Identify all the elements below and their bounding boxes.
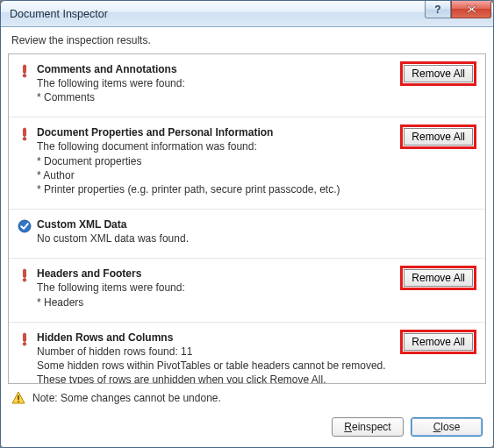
- reinspect-button[interactable]: Reinspect: [332, 417, 404, 437]
- svg-point-4: [18, 220, 31, 232]
- svg-rect-11: [18, 401, 19, 402]
- help-button[interactable]: ?: [425, 1, 451, 18]
- window-title: Document Inspector: [10, 8, 108, 20]
- remove-all-highlight: Remove All: [400, 124, 476, 149]
- svg-point-3: [23, 138, 26, 141]
- svg-rect-0: [23, 65, 25, 74]
- window-controls: ?: [425, 1, 491, 18]
- section-description: No custom XML data was found.: [37, 231, 397, 245]
- document-inspector-dialog: Document Inspector ? Review the inspecti…: [0, 0, 494, 448]
- section-description: The following document information was f…: [37, 139, 397, 196]
- exclamation-icon: [18, 126, 33, 141]
- titlebar: Document Inspector ?: [1, 1, 493, 27]
- remove-all-button[interactable]: Remove All: [404, 128, 473, 146]
- close-button[interactable]: Close: [411, 417, 483, 437]
- section-title: Hidden Rows and Columns: [37, 331, 397, 344]
- inspection-section: Custom XML DataNo custom XML data was fo…: [9, 209, 485, 258]
- results-list[interactable]: Comments and AnnotationsThe following it…: [9, 54, 485, 383]
- window-close-button[interactable]: [451, 1, 491, 18]
- svg-point-1: [23, 75, 26, 78]
- remove-all-button[interactable]: Remove All: [404, 269, 473, 287]
- footer-note: Note: Some changes cannot be undone.: [1, 384, 493, 412]
- exclamation-icon: [18, 63, 33, 78]
- inspection-section: Headers and FootersThe following items w…: [9, 258, 485, 321]
- inspection-section: Hidden Rows and ColumnsNumber of hidden …: [9, 322, 485, 383]
- section-description: The following items were found: * Commen…: [37, 76, 397, 104]
- warning-triangle-icon: [11, 391, 25, 405]
- remove-all-button[interactable]: Remove All: [404, 65, 473, 82]
- section-description: The following items were found: * Header…: [37, 281, 397, 309]
- svg-point-6: [23, 279, 26, 282]
- remove-all-highlight: Remove All: [400, 61, 476, 86]
- remove-all-highlight: Remove All: [400, 330, 476, 354]
- close-icon: [466, 4, 477, 14]
- footer-note-text: Note: Some changes cannot be undone.: [32, 392, 221, 404]
- section-title: Comments and Annotations: [37, 63, 397, 75]
- remove-all-button[interactable]: Remove All: [404, 333, 473, 351]
- inspection-section: Document Properties and Personal Informa…: [9, 117, 485, 209]
- check-circle-icon: [18, 218, 33, 233]
- inspection-section: Comments and AnnotationsThe following it…: [9, 54, 485, 117]
- section-title: Headers and Footers: [37, 267, 397, 280]
- svg-rect-7: [23, 333, 25, 342]
- svg-point-8: [23, 342, 26, 345]
- footer-buttons: Reinspect Close: [1, 412, 493, 447]
- svg-rect-10: [18, 395, 19, 400]
- remove-all-highlight: Remove All: [400, 266, 476, 290]
- svg-rect-2: [23, 128, 25, 137]
- section-title: Custom XML Data: [37, 218, 397, 231]
- section-description: Number of hidden rows found: 11 Some hid…: [37, 345, 397, 383]
- exclamation-icon: [18, 331, 33, 346]
- svg-rect-5: [23, 269, 25, 278]
- subheader-text: Review the inspection results.: [1, 27, 493, 53]
- results-area: Comments and AnnotationsThe following it…: [8, 53, 486, 384]
- exclamation-icon: [18, 267, 33, 282]
- section-title: Document Properties and Personal Informa…: [37, 126, 397, 139]
